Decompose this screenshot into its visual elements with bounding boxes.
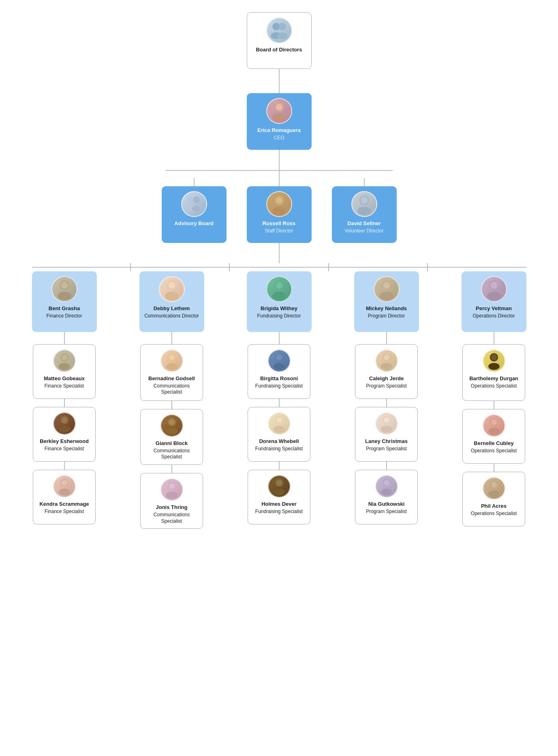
svg-point-22 [62,354,67,360]
node-berkley[interactable]: Berkley Esherwood Finance Specialist [33,407,96,462]
caleigh-title: Program Specialist [366,383,407,390]
l2-row: Advisory Board Russell Ross Staff Direc [162,178,397,243]
russell-title: Staff Director [265,228,293,234]
avatar-david [351,191,377,217]
svg-point-37 [169,419,175,425]
avatar-advisory [181,191,207,217]
col-mickey: Mickey Neilands Program Director [354,271,419,524]
caleigh-name: Caleigh Jerde [369,375,404,382]
node-laney[interactable]: Laney Christmas Program Specialist [355,407,418,462]
laney-name: Laney Christmas [365,438,408,445]
bartholemy-name: Bartholemy Durgan [469,375,518,382]
kendra-title: Finance Specialist [45,509,84,515]
svg-point-66 [487,292,501,300]
bartholemy-title: Operations Specialist [471,383,517,390]
svg-point-75 [488,490,500,497]
ceo-name: Erica Romaguera [257,127,301,134]
svg-point-49 [276,417,282,423]
node-bent-grasha[interactable]: Bent Grasha Finance Director [32,271,97,332]
node-board-of-directors[interactable]: Board of Directors [247,12,312,69]
bent-title: Finance Director [46,313,82,319]
svg-point-76 [491,482,497,488]
node-birgitta[interactable]: Birgitta Rosoni Fundraising Specialist [248,344,310,399]
svg-point-18 [58,292,71,300]
avatar-ceo [266,98,292,124]
node-bernelle[interactable]: Bernelle Cubley Operations Specialist [462,409,525,464]
matteo-title: Finance Specialist [45,383,84,390]
node-advisory-board[interactable]: Advisory Board [162,186,227,243]
dorena-title: Fundraising Specialist [255,446,303,452]
avatar-caleigh [375,349,398,372]
svg-point-12 [272,207,286,215]
node-matteo[interactable]: Matteo Gobeaux Finance Specialist [33,344,96,399]
node-phil[interactable]: Phil Acres Operations Specialist [462,472,525,526]
node-mickey-neilands[interactable]: Mickey Neilands Program Director [354,271,419,332]
svg-point-15 [357,207,371,215]
bernadine-name: Bernadine Godsell [148,375,195,382]
svg-point-8 [193,196,200,203]
node-kendra[interactable]: Kendra Scrammage Finance Specialist [33,470,96,524]
svg-point-60 [381,426,392,432]
kendra-name: Kendra Scrammage [39,501,89,508]
svg-point-72 [488,428,500,434]
org-chart: Board of Directors Erica Romaguera CEO [0,0,558,553]
node-caleigh[interactable]: Caleigh Jerde Program Specialist [355,344,418,399]
node-percy-veltman[interactable]: Percy Veltman Operations Director [462,271,526,332]
svg-point-28 [62,480,67,486]
col-percy: Percy Veltman Operations Director [462,271,526,526]
advisory-name: Advisory Board [174,220,214,227]
node-holmes[interactable]: Holmes Dever Fundraising Specialist [248,470,310,524]
bernelle-name: Bernelle Cubley [474,440,513,447]
svg-point-43 [276,282,282,289]
svg-point-3 [277,32,287,39]
jonis-title: Communications Specialist [145,512,199,524]
laney-title: Program Specialist [366,446,407,452]
node-dorena[interactable]: Dorena Whebell Fundraising Specialist [248,407,310,462]
node-bernadine[interactable]: Bernadine Godsell Communications Special… [140,344,203,401]
avatar-laney [375,412,398,435]
debby-reports: Bernadine Godsell Communications Special… [140,344,203,529]
svg-point-55 [383,282,390,289]
avatar-jonis [160,478,183,501]
avatar-mickey [374,276,400,302]
node-gianni[interactable]: Gianni Block Communications Specialist [140,409,203,465]
percy-reports: Bartholemy Durgan Operations Specialist [462,344,525,526]
ceo-title: CEO [274,135,284,141]
svg-point-27 [59,488,70,495]
node-debby-lethem[interactable]: Debby Lethem Communications Director [139,271,204,332]
svg-point-36 [166,428,177,434]
node-nia[interactable]: Nia Gutkowski Program Specialist [355,470,418,524]
svg-point-42 [272,292,286,300]
svg-point-30 [165,292,179,300]
svg-point-21 [59,363,70,370]
mickey-name: Mickey Neilands [366,305,407,312]
node-david-sellner[interactable]: David Sellner Volunteer Director [332,186,397,243]
berkley-title: Finance Specialist [45,446,84,452]
directors-container: Bent Grasha Finance Director [32,263,526,529]
svg-point-46 [276,354,282,360]
svg-point-24 [59,426,70,432]
col-bent: Bent Grasha Finance Director [32,271,97,524]
gianni-title: Communications Specialist [145,448,199,460]
level2-container: Advisory Board Russell Ross Staff Direc [162,170,397,243]
node-brigida-withey[interactable]: Brigida Withey Fundraising Director [247,271,312,332]
avatar-berkley [53,412,76,435]
node-russell-ross[interactable]: Russell Ross Staff Director [247,186,312,243]
connector-ceo-l2 [279,150,280,170]
svg-point-13 [276,197,282,204]
holmes-title: Fundraising Specialist [255,509,303,515]
svg-point-51 [274,488,285,495]
svg-point-54 [380,292,393,300]
node-bartholemy[interactable]: Bartholemy Durgan Operations Specialist [462,344,525,401]
percy-title: Operations Director [472,313,515,319]
avatar-brigida [266,276,292,302]
node-ceo[interactable]: Erica Romaguera CEO [247,93,312,150]
debby-name: Debby Lethem [154,305,190,312]
board-name: Board of Directors [256,47,302,53]
col-david: David Sellner Volunteer Director [332,178,397,243]
svg-point-1 [278,23,286,30]
node-jonis[interactable]: Jonis Thring Communications Specialist [140,473,203,529]
connector-root-ceo [279,69,280,93]
col-russell: Russell Ross Staff Director [247,178,312,243]
matteo-name: Matteo Gobeaux [44,375,85,382]
